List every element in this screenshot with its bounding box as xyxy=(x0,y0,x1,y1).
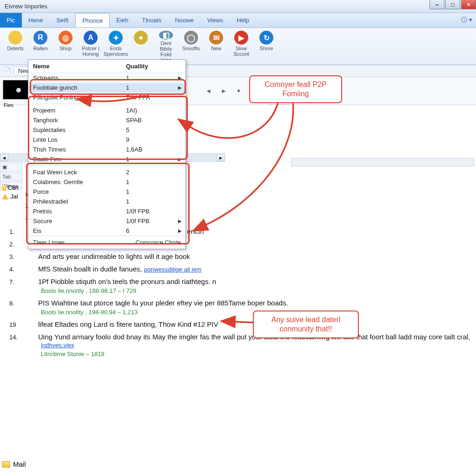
tree-label: Jal xyxy=(10,193,18,200)
menu-item[interactable]: Sctreams1▶ xyxy=(28,73,185,83)
menu-item[interactable]: Thsh Tinnes1,6AB xyxy=(28,145,185,154)
menu-item[interactable]: Foobtiale guinch1▶ xyxy=(28,83,185,93)
scroll-indicator[interactable]: ▣ xyxy=(0,163,22,172)
folder-tree: Can Jal xyxy=(0,183,20,201)
ends-icon: ✦ xyxy=(109,31,123,45)
lefttab-talc[interactable]: Talc xyxy=(0,172,22,181)
folder-icon xyxy=(2,185,6,191)
ribbon-label: Potcer | Honing xyxy=(79,46,102,57)
nav-star-icon[interactable]: ✦ xyxy=(233,86,244,96)
menu-item[interactable]: TanghorkSPAB xyxy=(28,115,185,125)
menubar: Pic Hene Seift Phonce Eieh Tlnoals Noowe… xyxy=(0,13,476,28)
warning-icon xyxy=(2,194,9,199)
tab-phonce[interactable]: Phonce xyxy=(75,13,110,27)
mail-icon xyxy=(2,461,10,468)
shore-icon: ↻ xyxy=(259,31,273,45)
callout-community: Any suive lead daterl conmunity that!! xyxy=(253,311,359,338)
submenu-arrow-icon: ▶ xyxy=(178,75,182,80)
ribbon-shore[interactable]: ↻Shore xyxy=(255,30,278,63)
ribbon-shop[interactable]: ◎Shop xyxy=(54,30,77,63)
menu-item[interactable]: Pretnis1/0f FPB xyxy=(28,206,185,216)
slow-icon: ▶ xyxy=(234,31,248,45)
submenu-arrow-icon: ▶ xyxy=(178,157,182,162)
ribbon-new[interactable]: ✉New xyxy=(205,30,228,63)
tree-item-can[interactable]: Can xyxy=(0,183,20,192)
dropdown-menu: Neme Quallity Sctreams1▶Foobtiale guinch… xyxy=(28,60,186,249)
menu-item[interactable]: Daalc Fine1▶ xyxy=(28,154,185,164)
menu-item[interactable]: Projeem1AI) xyxy=(28,106,185,115)
shop-icon: ◎ xyxy=(59,31,73,45)
help-icon[interactable]: ⓘ ▾ xyxy=(461,16,472,24)
nav-fwd-icon[interactable]: ► xyxy=(218,86,230,96)
ribbon-snoits[interactable]: ◯Snoofts xyxy=(179,30,203,63)
tab-home[interactable]: Hene xyxy=(22,13,50,27)
endsr-icon: ● xyxy=(134,31,148,45)
snoits-icon: ◯ xyxy=(184,31,198,45)
ribbon-label: Shore xyxy=(259,46,273,51)
tree-label: Can xyxy=(7,184,19,191)
potcer-icon: A xyxy=(84,31,98,45)
menu-item[interactable]: Prhilestradiel1 xyxy=(28,197,185,206)
menu-item[interactable]: Pflingulet PuningTAV FFR xyxy=(28,93,185,102)
submenu-arrow-icon: ▶ xyxy=(178,85,182,90)
menu-header: Neme Quallity xyxy=(28,60,185,73)
scroll-right-icon[interactable]: ► xyxy=(217,154,225,161)
maximize-button[interactable]: □ xyxy=(445,0,460,9)
titlebar: Eivrew Iinporles – □ × xyxy=(0,0,476,13)
ribbon-label: Snoofts xyxy=(182,46,199,51)
ribbon-dent[interactable]: ◧Dent Bibily Foild ining xyxy=(154,30,178,63)
tab-help[interactable]: Help xyxy=(230,13,256,27)
callout-p2p: Comnyer feall P2P Fomiing xyxy=(249,75,342,103)
menu-item[interactable]: Porce1 xyxy=(28,187,185,197)
mail-label: Mail xyxy=(13,460,26,468)
tab-seft[interactable]: Seift xyxy=(50,13,75,27)
list-subtext: Litnritime Stonie – 1819 xyxy=(25,350,470,357)
close-button[interactable]: × xyxy=(461,0,476,9)
menu-item[interactable]: Linte Los9 xyxy=(28,135,185,145)
new-icon: ✉ xyxy=(209,31,223,45)
submenu-arrow-icon: ▶ xyxy=(178,218,182,224)
doc-link[interactable]: lndhves.viex xyxy=(41,342,74,349)
hscroll-right[interactable] xyxy=(291,158,474,166)
menu-item[interactable]: Suplectalies5 xyxy=(28,125,185,135)
window-title: Eivrew Iinporles xyxy=(2,3,47,10)
rallen-icon: R xyxy=(33,31,47,45)
menu-item[interactable]: Colabmes: Gemtle1 xyxy=(28,177,185,187)
ribbon-label: Rallen xyxy=(33,46,47,51)
dent-icon: ◧ xyxy=(159,31,173,40)
ribbon-potcer[interactable]: APotcer | Honing xyxy=(79,30,102,63)
ribbon-label: Ends Spervicers xyxy=(104,46,128,57)
deterts-icon xyxy=(8,31,22,45)
nav-back-icon[interactable]: ◄ xyxy=(203,86,214,96)
ribbon-label: Deterts xyxy=(7,46,23,51)
minimize-button[interactable]: – xyxy=(430,0,444,9)
list-item: 3.And arts year undirreable to lights wi… xyxy=(25,252,470,260)
scroll-left-icon[interactable]: ◄ xyxy=(0,154,8,161)
mail-section[interactable]: Mail xyxy=(2,460,26,468)
list-subtext: Boots lie.nnortly , 188-96.17 – I 729 xyxy=(25,287,470,294)
list-subtext: Boots lie.nnoltty , 198-80,94 – 1,213 xyxy=(25,309,470,316)
menu-item[interactable]: Eis6▶ xyxy=(28,226,185,236)
ribbon-label: Slow Sccont xyxy=(230,46,253,57)
list-item: 7.1Pf Piobble stiquth on's teels the pro… xyxy=(25,278,470,285)
ribbon-rallen[interactable]: RRallen xyxy=(29,30,52,63)
ribbon-label: Shop xyxy=(60,46,72,51)
menu-item[interactable]: Socure1/0f FPB▶ xyxy=(28,216,185,226)
tab-noowe[interactable]: Noowe xyxy=(168,13,200,27)
ribbon-ends[interactable]: ✦Ends Spervicers xyxy=(104,30,127,63)
tab-views[interactable]: Views xyxy=(201,13,230,27)
tab-tlocals[interactable]: Tlnoals xyxy=(135,13,168,27)
ribbon-endsr[interactable]: ● xyxy=(129,30,152,63)
tab-file[interactable]: Pic xyxy=(0,13,22,27)
submenu-arrow-icon: ▶ xyxy=(178,228,182,233)
ribbon-deterts[interactable]: Deterts xyxy=(4,30,27,63)
list-item: 14.Uing Yund armary foolo dod bnay its M… xyxy=(25,333,470,349)
doc-link[interactable]: ponwessditige all iem xyxy=(144,266,202,273)
tree-item-jal[interactable]: Jal xyxy=(0,192,20,201)
ribbon-slow[interactable]: ▶Slow Sccont xyxy=(230,30,253,63)
menu-item[interactable]: Foat Ween Leck2 xyxy=(28,167,185,177)
list-item: 8.PIS Wiahtine taut ptorce tagle fu your… xyxy=(25,299,470,307)
ribbon-label: New xyxy=(211,46,221,51)
menu-footer[interactable]: Tleer Linres Comcorce Chote xyxy=(28,236,185,249)
tab-eieh[interactable]: Eieh xyxy=(110,13,135,27)
